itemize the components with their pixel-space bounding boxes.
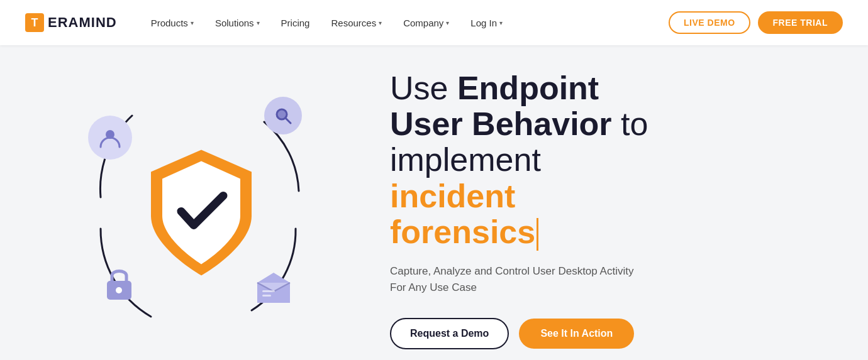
hero-illustration	[50, 78, 352, 342]
hero-title: Use EndpointUser Behavior toimplementinc…	[390, 70, 717, 251]
shield-icon	[138, 143, 264, 281]
nav-item-pricing[interactable]: Pricing	[272, 13, 319, 33]
nav-item-products[interactable]: Products ▾	[142, 13, 203, 33]
chevron-down-icon: ▾	[191, 19, 194, 26]
search-float-icon	[264, 97, 302, 134]
hero-text-area: Use EndpointUser Behavior toimplementinc…	[390, 70, 717, 349]
free-trial-button[interactable]: FREE TRIAL	[758, 11, 843, 34]
svg-rect-5	[262, 290, 275, 292]
chevron-down-icon: ▾	[446, 19, 449, 26]
hero-subtitle: Capture, Analyze and Control User Deskto…	[390, 263, 717, 295]
logo-icon: T	[25, 13, 44, 32]
nav-item-company[interactable]: Company ▾	[394, 13, 458, 33]
nav-links: Products ▾ Solutions ▾ Pricing Resources…	[142, 13, 669, 33]
hero-buttons: Request a Demo See It In Action	[390, 318, 717, 349]
navbar: T ERAMIND Products ▾ Solutions ▾ Pricing…	[0, 0, 868, 45]
lock-float-icon	[101, 263, 137, 304]
chevron-down-icon: ▾	[379, 19, 382, 26]
see-it-in-action-button[interactable]: See It In Action	[519, 319, 634, 349]
nav-item-resources[interactable]: Resources ▾	[322, 13, 391, 33]
hero-section: Use EndpointUser Behavior toimplementinc…	[0, 45, 868, 360]
user-float-icon	[88, 116, 132, 160]
svg-line-2	[286, 118, 291, 123]
chevron-down-icon: ▾	[257, 19, 260, 26]
logo-link[interactable]: T ERAMIND	[25, 13, 117, 32]
nav-item-login[interactable]: Log In ▾	[462, 13, 511, 33]
nav-item-solutions[interactable]: Solutions ▾	[206, 13, 269, 33]
nav-actions: LIVE DEMO FREE TRIAL	[669, 11, 843, 34]
live-demo-button[interactable]: LIVE DEMO	[669, 11, 750, 34]
mail-float-icon	[252, 270, 296, 307]
chevron-down-icon: ▾	[499, 19, 503, 26]
request-demo-button[interactable]: Request a Demo	[390, 318, 509, 349]
svg-point-4	[116, 287, 122, 293]
logo-text: ERAMIND	[48, 14, 117, 31]
svg-rect-6	[262, 295, 271, 297]
cursor-blink	[537, 218, 538, 251]
